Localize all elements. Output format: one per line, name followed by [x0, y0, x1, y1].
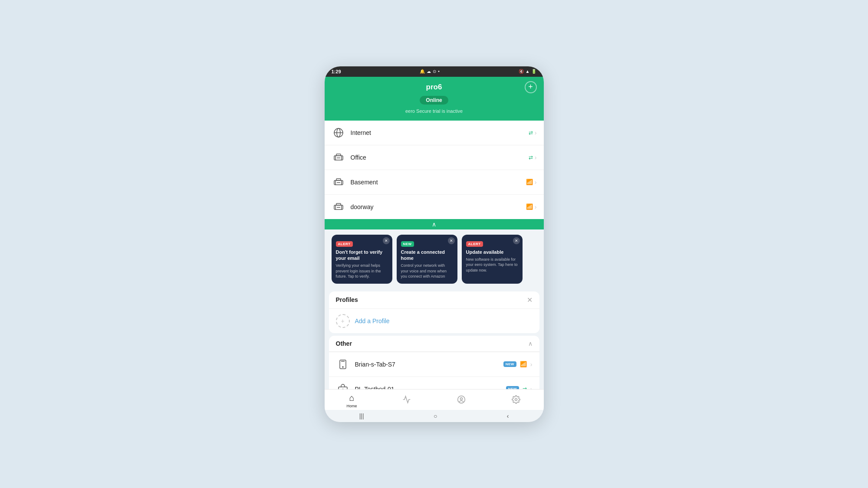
device-name-brian: Brian-s-Tab-S7 — [355, 361, 501, 368]
doorway-status: 📶 — [526, 203, 533, 210]
other-title: Other — [336, 340, 352, 347]
card-close-1[interactable]: ✕ — [383, 237, 390, 244]
phone-frame: 1:29 🔔 ☁ ⊙ • 🔇 ▲ 🔋 pro6 + Online eero Se… — [325, 66, 544, 422]
status-bar: 1:29 🔔 ☁ ⊙ • 🔇 ▲ 🔋 — [325, 66, 544, 77]
cloud-icon: ☁ — [427, 69, 431, 74]
android-home-btn[interactable]: ○ — [434, 413, 437, 419]
header-center: Online eero Secure trial is inactive — [332, 96, 537, 114]
collapse-arrow-icon: ∧ — [432, 221, 436, 228]
home-nav-label: Home — [347, 404, 357, 408]
status-icons: 🔔 ☁ ⊙ • — [420, 69, 440, 74]
cards-row: ✕ ALERT Don't forget to verify your emai… — [325, 229, 544, 289]
android-menu-btn[interactable]: ||| — [359, 413, 364, 419]
card-badge-new-2: NEW — [401, 241, 414, 247]
add-profile-item[interactable]: + Add a Profile — [329, 309, 539, 333]
online-badge: Online — [420, 96, 448, 105]
scroll-content[interactable]: ✕ ALERT Don't forget to verify your emai… — [325, 229, 544, 389]
internet-chevron: › — [535, 129, 537, 136]
profiles-close[interactable]: ✕ — [527, 296, 533, 304]
signal-icons: 🔇 ▲ 🔋 — [519, 69, 537, 74]
doorway-icon — [332, 200, 345, 214]
card-badge-alert-1: ALERT — [336, 241, 353, 247]
nav-activity[interactable] — [396, 395, 418, 406]
card-update[interactable]: ✕ ALERT Update available New software is… — [462, 235, 523, 284]
card-close-3[interactable]: ✕ — [513, 237, 520, 244]
settings-nav-icon — [512, 395, 520, 406]
card-connected-home[interactable]: ✕ NEW Create a connected home Control yo… — [397, 235, 457, 284]
profiles-title: Profiles — [336, 296, 358, 303]
basement-icon — [332, 175, 345, 189]
doorway-label: doorway — [351, 203, 526, 210]
wifi-status-icon: ▲ — [526, 69, 530, 74]
sync-icon: ⊙ — [433, 69, 436, 74]
android-nav: ||| ○ ‹ — [325, 410, 544, 422]
basement-chevron: › — [535, 179, 537, 186]
profiles-header: Profiles ✕ — [329, 291, 539, 309]
network-list: Internet ⇄ › Office ⇄ › — [325, 121, 544, 219]
profiles-section: Profiles ✕ + Add a Profile — [329, 291, 539, 333]
other-header: Other ∧ — [329, 336, 539, 352]
volume-icon: 🔇 — [519, 69, 524, 74]
internet-label: Internet — [351, 129, 529, 136]
dot-icon: • — [438, 69, 440, 74]
office-icon — [332, 151, 345, 164]
other-section: Other ∧ Brian-s-Tab-S7 NEW 📶 › — [329, 336, 539, 389]
notifications-section: ✕ ALERT Don't forget to verify your emai… — [325, 229, 544, 289]
svg-point-19 — [342, 367, 343, 367]
nav-discover[interactable] — [450, 395, 472, 406]
card-title-2: Create a connected home — [401, 249, 453, 262]
other-collapse[interactable]: ∧ — [528, 340, 533, 347]
basement-status: 📶 — [526, 179, 533, 185]
card-badge-alert-3: ALERT — [466, 241, 483, 247]
notification-icon: 🔔 — [420, 69, 425, 74]
internet-status: ⇄ — [529, 130, 533, 136]
office-chevron: › — [535, 154, 537, 161]
device-status-brian: 📶 › — [516, 361, 533, 368]
office-label: Office — [351, 154, 529, 161]
card-desc-3: New software is available for your eero … — [466, 257, 518, 273]
office-status: ⇄ — [529, 154, 533, 160]
card-title-3: Update available — [466, 249, 518, 255]
svg-rect-16 — [336, 203, 341, 205]
bottom-nav: ⌂ Home — [325, 389, 544, 410]
card-desc-2: Control your network with your voice and… — [401, 263, 453, 279]
network-name: pro6 — [344, 83, 525, 92]
device-icon-brian — [336, 357, 350, 371]
svg-point-26 — [460, 397, 463, 400]
basement-label: Basement — [351, 179, 526, 186]
add-button[interactable]: + — [525, 81, 537, 93]
svg-rect-6 — [336, 154, 341, 156]
device-status-pl: ⇄ › — [519, 386, 533, 389]
secure-text: eero Secure trial is inactive — [405, 108, 463, 114]
network-item-basement[interactable]: Basement 📶 › — [325, 170, 544, 195]
nav-home[interactable]: ⌂ Home — [341, 393, 363, 408]
status-time: 1:29 — [332, 69, 341, 74]
card-title-1: Don't forget to verify your email — [336, 249, 388, 262]
network-item-internet[interactable]: Internet ⇄ › — [325, 121, 544, 145]
discover-nav-icon — [457, 395, 466, 406]
device-item-brian[interactable]: Brian-s-Tab-S7 NEW 📶 › — [329, 352, 539, 377]
header-top: pro6 + — [332, 81, 537, 93]
network-item-office[interactable]: Office ⇄ › — [325, 145, 544, 170]
header-section: pro6 + Online eero Secure trial is inact… — [325, 77, 544, 121]
internet-icon — [332, 126, 345, 140]
doorway-chevron: › — [535, 203, 537, 210]
add-profile-label: Add a Profile — [355, 318, 390, 324]
home-nav-icon: ⌂ — [349, 393, 355, 403]
device-badge-brian: NEW — [503, 361, 516, 367]
add-profile-icon: + — [336, 314, 350, 328]
device-item-pl[interactable]: PL-Testbed-01 NEW ⇄ › — [329, 377, 539, 389]
card-desc-1: Verifying your email helps prevent login… — [336, 263, 388, 279]
battery-icon: 🔋 — [531, 69, 536, 74]
card-close-2[interactable]: ✕ — [448, 237, 455, 244]
svg-rect-11 — [336, 179, 341, 180]
activity-nav-icon — [402, 395, 411, 406]
collapse-bar[interactable]: ∧ — [325, 219, 544, 229]
android-back-btn[interactable]: ‹ — [507, 413, 509, 419]
network-item-doorway[interactable]: doorway 📶 › — [325, 195, 544, 219]
device-name-pl: PL-Testbed-01 — [355, 386, 503, 389]
nav-settings[interactable] — [505, 395, 527, 406]
card-verify-email[interactable]: ✕ ALERT Don't forget to verify your emai… — [332, 235, 392, 284]
svg-point-27 — [515, 398, 517, 400]
device-icon-pl — [336, 382, 350, 389]
